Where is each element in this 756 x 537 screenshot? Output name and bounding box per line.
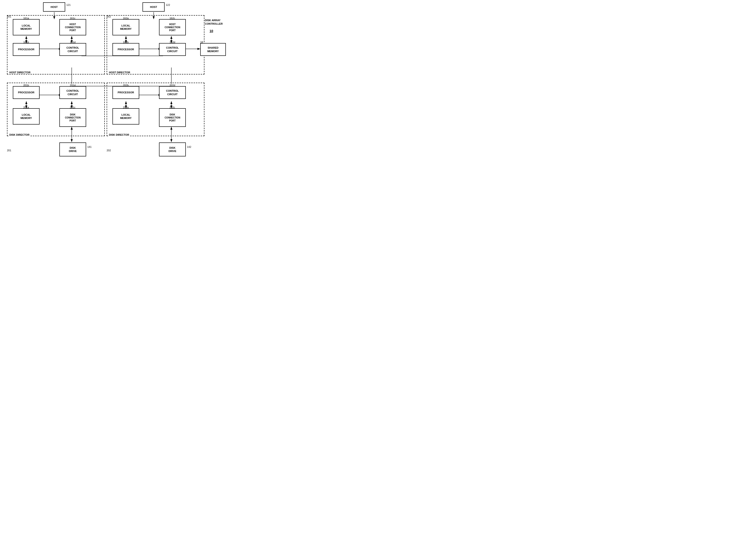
hd1d-ref: 161d [70,41,75,44]
hd1-control-circuit: CONTROLCIRCUIT [60,43,86,56]
dd2-ref: 202 [106,149,111,152]
hd1c-ref: 161c [70,17,75,20]
hd2-ref: 162 [106,15,111,18]
disk-drive2-ref: 142 [187,145,191,148]
hd2c-ref: 162c [170,17,175,20]
disk-array-ref: 10 [210,29,213,33]
dd1b-ref: 201b [23,84,29,87]
host1-ref: 121 [66,4,70,6]
disk-director2-label: DISK DIRECTOR [109,133,129,136]
host2-box: HOST [143,2,165,12]
dd1-ref: 201 [7,149,11,152]
hd2-processor: PROCESSOR [112,43,139,56]
hd1-processor: PROCESSOR [13,43,40,56]
disk-array-controller-label: DISK ARRAY CONTROLLER [205,19,231,26]
dd1a-ref: 201a [23,106,29,109]
host-director1-label: HOST DIRECTOR [9,71,30,74]
hd2-control-circuit: CONTROLCIRCUIT [159,43,186,56]
hd1a-ref: 161a [23,17,29,20]
hd1-ref: 161 [7,15,11,18]
host1-box: HOST [43,2,65,12]
dd1-disk-conn-port: DISKCONNECTIONPORT [60,108,86,127]
dd1c-ref: 201c [70,106,75,109]
disk-drive1-ref: 141 [87,145,92,148]
host-director2-label: HOST DIRECTOR [109,71,130,74]
disk-director1-label: DISK DIRECTOR [9,133,29,136]
dd2-processor: PROCESSOR [112,86,139,99]
hd2-host-conn-port: HOSTCONNECTIONPORT [159,19,186,35]
hd1-local-memory: LOCALMEMORY [13,19,40,35]
hd2b-ref: 162b [123,41,129,44]
hd2d-ref: 162d [170,41,175,44]
dd2-local-memory: LOCALMEMORY [112,108,139,125]
hd2a-ref: 162a [123,17,129,20]
hd1b-ref: 161b [23,41,29,44]
shared-memory-box: SHAREDMEMORY [200,43,226,56]
dd2-control-circuit: CONTROLCIRCUIT [159,86,186,99]
dd1-control-circuit: CONTROLCIRCUIT [60,86,86,99]
hd1-host-conn-port: HOSTCONNECTIONPORT [60,19,86,35]
disk-drive2-box: DISKDRIVE [159,143,186,156]
dd1-processor: PROCESSOR [13,86,40,99]
dd1d-ref: 201d [70,84,75,87]
dd2a-ref: 202a [123,106,129,109]
dd2b-ref: 202b [123,84,129,87]
shared-memory-ref: 18 [200,41,203,44]
dd2-disk-conn-port: DISKCONNECTIONPORT [159,108,186,127]
hd2-local-memory: LOCALMEMORY [112,19,139,35]
disk-drive1-box: DISKDRIVE [60,143,86,156]
host2-ref: 122 [166,4,170,6]
dd2c-ref: 202c [170,106,175,109]
dd1-local-memory: LOCALMEMORY [13,108,40,125]
diagram: HOST 121 HOST 122 HOST DIRECTOR 161 LOCA… [0,0,233,165]
dd2d-ref: 202d [170,84,175,87]
